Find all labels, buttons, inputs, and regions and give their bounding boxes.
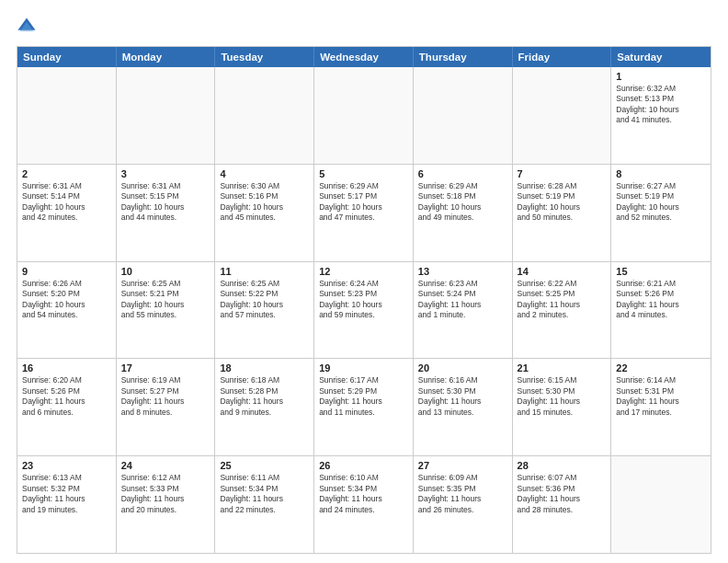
calendar-cell: 16Sunrise: 6:20 AM Sunset: 5:26 PM Dayli…	[17, 359, 117, 455]
calendar-cell: 11Sunrise: 6:25 AM Sunset: 5:22 PM Dayli…	[215, 262, 314, 359]
cell-info: Sunrise: 6:18 AM Sunset: 5:28 PM Dayligh…	[220, 375, 309, 418]
cell-date: 18	[220, 362, 309, 373]
cell-info: Sunrise: 6:28 AM Sunset: 5:19 PM Dayligh…	[518, 181, 607, 224]
calendar-cell: 4Sunrise: 6:30 AM Sunset: 5:16 PM Daylig…	[215, 165, 314, 261]
calendar-cell: 26Sunrise: 6:10 AM Sunset: 5:34 PM Dayli…	[314, 456, 414, 553]
cell-info: Sunrise: 6:12 AM Sunset: 5:33 PM Dayligh…	[121, 473, 210, 515]
calendar-cell: 28Sunrise: 6:07 AM Sunset: 5:36 PM Dayli…	[513, 456, 612, 553]
cell-info: Sunrise: 6:13 AM Sunset: 5:32 PM Dayligh…	[22, 473, 111, 515]
cell-date: 28	[518, 460, 607, 471]
cell-info: Sunrise: 6:32 AM Sunset: 5:13 PM Dayligh…	[616, 84, 706, 126]
cell-date: 13	[418, 266, 507, 277]
calendar-cell: 23Sunrise: 6:13 AM Sunset: 5:32 PM Dayli…	[17, 456, 117, 553]
cell-date: 24	[121, 460, 210, 471]
header	[17, 17, 711, 37]
cell-info: Sunrise: 6:17 AM Sunset: 5:29 PM Dayligh…	[319, 375, 408, 418]
cell-date: 8	[616, 168, 706, 179]
calendar-cell: 14Sunrise: 6:22 AM Sunset: 5:25 PM Dayli…	[513, 262, 612, 359]
cell-info: Sunrise: 6:15 AM Sunset: 5:30 PM Dayligh…	[518, 375, 607, 418]
logo-icon	[17, 17, 37, 37]
calendar-cell: 25Sunrise: 6:11 AM Sunset: 5:34 PM Dayli…	[215, 456, 314, 553]
cell-date: 16	[22, 362, 111, 373]
calendar-cell	[215, 67, 314, 164]
calendar-cell: 24Sunrise: 6:12 AM Sunset: 5:33 PM Dayli…	[117, 456, 216, 553]
calendar-body: 1Sunrise: 6:32 AM Sunset: 5:13 PM Daylig…	[17, 67, 711, 553]
calendar-cell: 10Sunrise: 6:25 AM Sunset: 5:21 PM Dayli…	[117, 262, 216, 359]
day-header-friday: Friday	[513, 47, 612, 67]
cell-info: Sunrise: 6:25 AM Sunset: 5:21 PM Dayligh…	[121, 279, 210, 321]
cell-date: 27	[418, 460, 507, 471]
day-header-sunday: Sunday	[17, 47, 117, 67]
calendar-cell: 3Sunrise: 6:31 AM Sunset: 5:15 PM Daylig…	[117, 165, 216, 261]
calendar-cell: 19Sunrise: 6:17 AM Sunset: 5:29 PM Dayli…	[314, 359, 414, 455]
cell-info: Sunrise: 6:20 AM Sunset: 5:26 PM Dayligh…	[22, 375, 111, 418]
cell-date: 15	[616, 266, 706, 277]
cell-info: Sunrise: 6:22 AM Sunset: 5:25 PM Dayligh…	[518, 279, 607, 321]
cell-date: 23	[22, 460, 111, 471]
cell-info: Sunrise: 6:16 AM Sunset: 5:30 PM Dayligh…	[418, 375, 507, 418]
calendar-row-1: 1Sunrise: 6:32 AM Sunset: 5:13 PM Daylig…	[17, 67, 711, 165]
calendar-cell	[117, 67, 216, 164]
cell-date: 2	[22, 168, 111, 179]
page: SundayMondayTuesdayWednesdayThursdayFrid…	[0, 0, 728, 563]
cell-date: 17	[121, 362, 210, 373]
calendar-cell: 20Sunrise: 6:16 AM Sunset: 5:30 PM Dayli…	[414, 359, 513, 455]
calendar-cell: 21Sunrise: 6:15 AM Sunset: 5:30 PM Dayli…	[513, 359, 612, 455]
cell-info: Sunrise: 6:27 AM Sunset: 5:19 PM Dayligh…	[616, 181, 706, 224]
cell-date: 7	[518, 168, 607, 179]
cell-date: 25	[220, 460, 309, 471]
cell-date: 20	[418, 362, 507, 373]
logo	[17, 17, 40, 37]
cell-date: 22	[616, 362, 706, 373]
cell-date: 9	[22, 266, 111, 277]
calendar-cell: 12Sunrise: 6:24 AM Sunset: 5:23 PM Dayli…	[314, 262, 414, 359]
calendar-row-2: 2Sunrise: 6:31 AM Sunset: 5:14 PM Daylig…	[17, 165, 711, 262]
cell-info: Sunrise: 6:29 AM Sunset: 5:18 PM Dayligh…	[418, 181, 507, 224]
calendar-cell: 27Sunrise: 6:09 AM Sunset: 5:35 PM Dayli…	[414, 456, 513, 553]
cell-info: Sunrise: 6:31 AM Sunset: 5:14 PM Dayligh…	[22, 181, 111, 224]
calendar-cell: 2Sunrise: 6:31 AM Sunset: 5:14 PM Daylig…	[17, 165, 117, 261]
calendar-header: SundayMondayTuesdayWednesdayThursdayFrid…	[17, 47, 711, 67]
cell-info: Sunrise: 6:30 AM Sunset: 5:16 PM Dayligh…	[220, 181, 309, 224]
cell-date: 14	[518, 266, 607, 277]
day-header-monday: Monday	[117, 47, 216, 67]
calendar-cell: 22Sunrise: 6:14 AM Sunset: 5:31 PM Dayli…	[611, 359, 711, 455]
day-header-tuesday: Tuesday	[215, 47, 314, 67]
day-header-wednesday: Wednesday	[314, 47, 414, 67]
cell-info: Sunrise: 6:14 AM Sunset: 5:31 PM Dayligh…	[616, 375, 706, 418]
cell-date: 11	[220, 266, 309, 277]
calendar-cell	[414, 67, 513, 164]
calendar-cell	[513, 67, 612, 164]
cell-date: 10	[121, 266, 210, 277]
cell-date: 6	[418, 168, 507, 179]
day-header-saturday: Saturday	[611, 47, 711, 67]
cell-info: Sunrise: 6:21 AM Sunset: 5:26 PM Dayligh…	[616, 279, 706, 321]
calendar-cell: 7Sunrise: 6:28 AM Sunset: 5:19 PM Daylig…	[513, 165, 612, 261]
cell-info: Sunrise: 6:24 AM Sunset: 5:23 PM Dayligh…	[319, 279, 408, 321]
cell-info: Sunrise: 6:07 AM Sunset: 5:36 PM Dayligh…	[518, 473, 607, 515]
cell-info: Sunrise: 6:19 AM Sunset: 5:27 PM Dayligh…	[121, 375, 210, 418]
calendar-cell	[314, 67, 414, 164]
cell-info: Sunrise: 6:29 AM Sunset: 5:17 PM Dayligh…	[319, 181, 408, 224]
calendar: SundayMondayTuesdayWednesdayThursdayFrid…	[17, 46, 711, 554]
calendar-cell: 18Sunrise: 6:18 AM Sunset: 5:28 PM Dayli…	[215, 359, 314, 455]
cell-date: 12	[319, 266, 408, 277]
cell-info: Sunrise: 6:10 AM Sunset: 5:34 PM Dayligh…	[319, 473, 408, 515]
cell-info: Sunrise: 6:23 AM Sunset: 5:24 PM Dayligh…	[418, 279, 507, 321]
cell-date: 1	[616, 71, 706, 82]
calendar-cell: 15Sunrise: 6:21 AM Sunset: 5:26 PM Dayli…	[611, 262, 711, 359]
calendar-cell: 1Sunrise: 6:32 AM Sunset: 5:13 PM Daylig…	[611, 67, 711, 164]
cell-info: Sunrise: 6:11 AM Sunset: 5:34 PM Dayligh…	[220, 473, 309, 515]
calendar-cell: 6Sunrise: 6:29 AM Sunset: 5:18 PM Daylig…	[414, 165, 513, 261]
calendar-cell: 17Sunrise: 6:19 AM Sunset: 5:27 PM Dayli…	[117, 359, 216, 455]
calendar-row-4: 16Sunrise: 6:20 AM Sunset: 5:26 PM Dayli…	[17, 359, 711, 456]
calendar-row-5: 23Sunrise: 6:13 AM Sunset: 5:32 PM Dayli…	[17, 456, 711, 553]
cell-date: 21	[518, 362, 607, 373]
calendar-cell: 5Sunrise: 6:29 AM Sunset: 5:17 PM Daylig…	[314, 165, 414, 261]
day-header-thursday: Thursday	[414, 47, 513, 67]
cell-date: 5	[319, 168, 408, 179]
cell-date: 3	[121, 168, 210, 179]
cell-info: Sunrise: 6:31 AM Sunset: 5:15 PM Dayligh…	[121, 181, 210, 224]
calendar-row-3: 9Sunrise: 6:26 AM Sunset: 5:20 PM Daylig…	[17, 262, 711, 360]
cell-info: Sunrise: 6:09 AM Sunset: 5:35 PM Dayligh…	[418, 473, 507, 515]
